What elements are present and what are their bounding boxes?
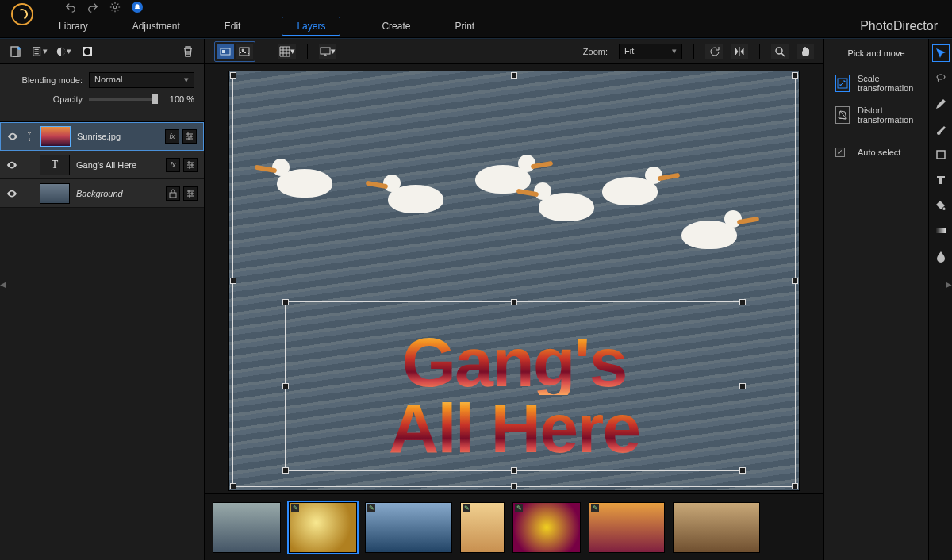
filmstrip-item[interactable]: ✎ [512, 502, 581, 553]
tab-edit[interactable]: Edit [221, 16, 244, 36]
svg-rect-15 [937, 151, 945, 159]
filmstrip-item[interactable]: ✎ [589, 502, 665, 553]
fx-icon[interactable]: fx [165, 129, 179, 144]
option-label: Distort transformation [858, 105, 917, 125]
tool-options-title: Pick and move [832, 48, 920, 58]
text-selection-marquee[interactable] [285, 301, 743, 471]
collapse-left-icon[interactable]: ◀ [0, 280, 6, 289]
filmstrip-item[interactable] [673, 502, 760, 553]
mask-circle-icon[interactable]: ▾ [56, 44, 71, 59]
redo-icon[interactable] [87, 2, 98, 13]
magnify-icon[interactable] [771, 44, 789, 59]
app-brand: PhotoDirector [860, 19, 938, 33]
layer-name[interactable]: Background [76, 189, 159, 198]
svg-rect-16 [936, 228, 946, 233]
filmstrip-item[interactable] [213, 502, 281, 553]
delete-layer-icon[interactable] [180, 44, 196, 59]
checkbox-icon: ✓ [835, 148, 845, 157]
layers-panel-toolbar: ▾ ▾ [0, 39, 204, 64]
app-logo [11, 3, 33, 25]
option-label: Scale transformation [858, 74, 917, 93]
zoom-label: Zoom: [583, 47, 608, 56]
visibility-eye-icon[interactable] [7, 131, 18, 142]
settings-gear-icon[interactable] [109, 2, 121, 13]
layer-menu-icon[interactable]: ▾ [32, 44, 48, 59]
shape-tool-icon[interactable] [933, 147, 949, 163]
rotate-icon[interactable] [705, 44, 723, 59]
opacity-slider[interactable] [89, 98, 158, 101]
visibility-eye-icon[interactable] [6, 159, 17, 171]
scale-icon [835, 75, 850, 92]
checkbox-label: Auto select [858, 148, 900, 157]
visibility-eye-icon[interactable] [6, 188, 17, 199]
tab-adjustment[interactable]: Adjustment [129, 16, 183, 36]
distort-transformation-option[interactable]: Distort transformation [832, 99, 920, 131]
adjust-icon[interactable] [183, 158, 198, 172]
undo-icon[interactable] [65, 2, 76, 13]
mask-square-icon[interactable] [79, 44, 95, 59]
layer-row[interactable]: Background [0, 179, 204, 208]
adjust-icon[interactable] [182, 129, 197, 144]
opacity-value: 100 % [164, 94, 194, 104]
brush-tool-icon[interactable] [933, 121, 949, 137]
flip-icon[interactable] [731, 44, 748, 59]
layer-name[interactable]: Gang's All Here [76, 160, 159, 170]
grid-icon[interactable]: ▾ [278, 44, 296, 59]
auto-select-checkbox[interactable]: ✓ Auto select [832, 141, 920, 163]
distort-icon [835, 106, 850, 124]
edited-badge-icon: ✎ [367, 504, 375, 512]
filmstrip-item[interactable]: ✎ [460, 502, 505, 553]
lock-icon[interactable] [166, 186, 180, 201]
tab-print[interactable]: Print [451, 16, 478, 36]
svg-point-12 [776, 48, 782, 54]
move-tool-icon[interactable] [933, 45, 949, 61]
svg-point-5 [84, 48, 90, 55]
edited-badge-icon: ✎ [463, 504, 470, 512]
tab-create[interactable]: Create [378, 16, 413, 36]
tool-options-panel: Pick and move Scale transformation Disto… [823, 39, 952, 560]
canvas-toolbar: ▾ ▾ Zoom: Fit [205, 39, 823, 64]
view-mode-group [214, 41, 255, 62]
layer-list: Sunrise.jpg fx T Gang's All Here fx [0, 122, 204, 560]
fx-icon[interactable]: fx [166, 158, 180, 172]
svg-rect-6 [170, 193, 176, 198]
gradient-tool-icon[interactable] [933, 223, 949, 239]
layer-thumbnail [40, 183, 70, 204]
adjust-icon[interactable] [183, 186, 198, 201]
canvas[interactable]: Gang's All Here [228, 71, 800, 491]
blend-mode-select[interactable]: Normal [89, 72, 194, 88]
text-tool-icon[interactable] [933, 172, 949, 188]
svg-point-0 [113, 6, 117, 9]
layer-row[interactable]: T Gang's All Here fx [0, 151, 204, 179]
edited-badge-icon: ✎ [591, 504, 599, 512]
opacity-label: Opacity [10, 94, 83, 104]
layer-row[interactable]: Sunrise.jpg fx [0, 122, 204, 151]
fill-tool-icon[interactable] [933, 198, 949, 213]
filmstrip: ✎ ✎ ✎ ✎ ✎ [205, 493, 823, 560]
screen-icon[interactable]: ▾ [319, 44, 336, 59]
main-tabs: Library Adjustment Edit Layers Create Pr… [0, 14, 952, 38]
lasso-tool-icon[interactable] [933, 71, 949, 86]
blur-tool-icon[interactable] [933, 248, 949, 264]
blend-mode-label: Blending mode: [10, 75, 83, 85]
add-layer-icon[interactable] [8, 44, 24, 59]
view-layers-icon[interactable] [217, 44, 234, 59]
layer-name[interactable]: Sunrise.jpg [77, 132, 159, 141]
collapse-right-icon[interactable]: ▶ [946, 280, 952, 289]
notification-icon[interactable] [132, 2, 143, 13]
layer-properties: Blending mode: Normal Opacity 100 % [0, 64, 204, 122]
filmstrip-item[interactable]: ✎ [365, 502, 452, 553]
edited-badge-icon: ✎ [291, 504, 299, 512]
pen-tool-icon[interactable] [933, 96, 949, 112]
edited-badge-icon: ✎ [515, 504, 523, 512]
layer-link-icon[interactable] [25, 131, 34, 142]
tool-strip [928, 39, 952, 560]
zoom-select[interactable]: Fit [619, 44, 682, 59]
filmstrip-item[interactable]: ✎ [289, 502, 357, 553]
tab-layers[interactable]: Layers [282, 17, 340, 36]
scale-transformation-option[interactable]: Scale transformation [832, 67, 920, 99]
layer-thumbnail: T [40, 155, 70, 175]
view-image-icon[interactable] [236, 44, 253, 59]
pan-hand-icon[interactable] [797, 44, 814, 59]
tab-library[interactable]: Library [56, 16, 91, 36]
